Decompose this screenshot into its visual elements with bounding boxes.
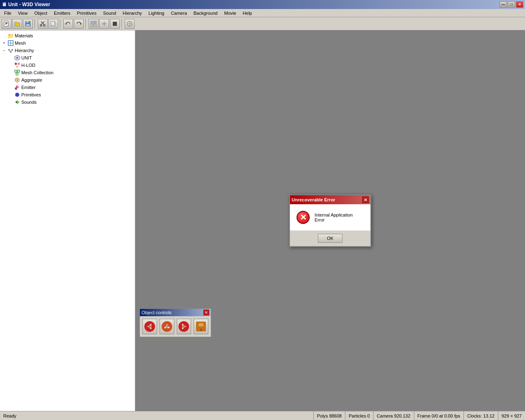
hierarchy-icon — [7, 47, 14, 54]
status-ready: Ready — [0, 411, 314, 420]
svg-rect-37 — [15, 70, 17, 72]
menu-primitives[interactable]: Primitives — [74, 10, 100, 16]
tree-item-mesh[interactable]: + Mesh — [0, 39, 135, 47]
ok-button[interactable]: OK — [318, 234, 342, 243]
svg-rect-6 — [26, 24, 30, 26]
canvas-area: Object controls ✕ — [135, 30, 525, 411]
expand-hlod — [8, 63, 13, 68]
unit-icon — [14, 55, 21, 61]
expand-materials — [2, 33, 7, 38]
expand-sounds — [8, 100, 13, 105]
menu-view[interactable]: View — [15, 10, 31, 16]
svg-line-31 — [11, 50, 12, 51]
app-icon: 🖥 — [2, 2, 7, 7]
menu-camera[interactable]: Camera — [168, 10, 190, 16]
menu-emitters[interactable]: Emitters — [50, 10, 73, 16]
menu-background[interactable]: Background — [190, 10, 221, 16]
svg-rect-38 — [18, 70, 20, 72]
svg-text:?: ? — [129, 22, 131, 26]
toolbar-cut[interactable] — [38, 19, 48, 29]
toolbar-help[interactable]: ? — [125, 19, 135, 29]
menu-sound[interactable]: Sound — [100, 10, 119, 16]
menu-hierarchy[interactable]: Hierarchy — [119, 10, 145, 16]
toolbar-view[interactable] — [89, 19, 98, 29]
maximize-button[interactable]: □ — [508, 1, 515, 8]
expand-aggregate — [8, 78, 13, 82]
svg-rect-5 — [26, 21, 29, 23]
tree-item-aggregate[interactable]: Aggregate — [0, 76, 135, 84]
title-bar-controls: — □ ✕ — [500, 1, 523, 8]
dialog-overlay: Unrecoverable Error ✕ ✕ Internal Applica… — [135, 30, 525, 411]
toolbar-save[interactable] — [23, 19, 33, 29]
status-clocks: Clocks: 13.12 — [464, 411, 498, 420]
toolbar-undo[interactable] — [63, 19, 73, 29]
menu-lighting[interactable]: Lighting — [145, 10, 168, 16]
toolbar-copy[interactable] — [48, 19, 58, 29]
tree-item-emitter[interactable]: Emitter — [0, 84, 135, 91]
close-button[interactable]: ✕ — [516, 1, 523, 8]
main-layout: 📁 Materials + Mesh − — [0, 30, 525, 411]
minimize-button[interactable]: — — [500, 1, 507, 8]
svg-point-48 — [15, 93, 19, 97]
toolbar-new[interactable] — [2, 19, 11, 29]
svg-rect-16 — [94, 21, 96, 23]
primitives-icon — [14, 91, 21, 98]
svg-marker-14 — [80, 23, 82, 25]
move-up-button[interactable] — [160, 319, 174, 334]
menu-help[interactable]: Help — [240, 10, 256, 16]
aggregate-icon — [14, 77, 21, 83]
object-controls-close[interactable]: ✕ — [203, 310, 209, 315]
left-panel: 📁 Materials + Mesh − — [0, 30, 135, 411]
window-title: Unit - W3D Viewer — [8, 2, 50, 7]
error-dialog-title: Unrecoverable Error — [292, 197, 335, 202]
status-frame: Frame 0/0 at 0.00 fps — [414, 411, 464, 420]
tree-item-hlod[interactable]: H-LOD — [0, 62, 135, 69]
tree-item-sounds[interactable]: Sounds — [0, 98, 135, 106]
status-camera: Camera 920.132 — [374, 411, 414, 420]
tree-item-hierarchy[interactable]: − Hierarchy — [0, 47, 135, 54]
svg-marker-33 — [16, 57, 18, 59]
title-bar: 🖥 Unit - W3D Viewer — □ ✕ — [0, 0, 525, 9]
error-dialog: Unrecoverable Error ✕ ✕ Internal Applica… — [289, 194, 371, 247]
toolbar-sep-4 — [121, 19, 123, 29]
svg-rect-29 — [10, 51, 11, 52]
hlod-icon — [14, 62, 21, 68]
svg-rect-18 — [94, 24, 96, 27]
mesh-collection-icon — [14, 69, 21, 76]
svg-marker-13 — [65, 23, 66, 25]
toolbar-stop[interactable] — [110, 19, 120, 29]
svg-rect-36 — [16, 66, 18, 68]
menu-movie[interactable]: Movie — [221, 10, 239, 16]
svg-rect-28 — [11, 49, 13, 50]
tree-item-mesh-collection[interactable]: Mesh Collection — [0, 69, 135, 76]
svg-rect-21 — [113, 22, 117, 26]
svg-point-44 — [15, 87, 17, 90]
tree-item-unit[interactable]: UNIT — [0, 54, 135, 62]
title-bar-left: 🖥 Unit - W3D Viewer — [2, 2, 50, 7]
object-pin-button[interactable] — [194, 319, 208, 334]
toolbar-redo[interactable] — [74, 19, 84, 29]
status-bar: Ready Polys 88608 Particles 0 Camera 920… — [0, 411, 525, 420]
svg-rect-34 — [15, 63, 17, 65]
move-right-button[interactable] — [177, 319, 192, 334]
move-left-button[interactable] — [142, 319, 157, 334]
error-dialog-footer: OK — [290, 231, 370, 246]
svg-point-57 — [182, 325, 185, 328]
menu-object[interactable]: Object — [31, 10, 50, 16]
toolbar-link[interactable] — [99, 19, 109, 29]
status-resolution: 929 × 927 — [498, 411, 525, 420]
sounds-icon — [14, 99, 21, 105]
status-polys: Polys 88608 — [314, 411, 346, 420]
svg-point-10 — [43, 25, 45, 26]
error-dialog-close-button[interactable]: ✕ — [362, 196, 369, 203]
tree-item-primitives[interactable]: Primitives — [0, 91, 135, 98]
svg-rect-12 — [51, 21, 55, 25]
menu-file[interactable]: File — [1, 10, 15, 16]
expand-hierarchy: − — [2, 48, 7, 53]
error-icon: ✕ — [297, 211, 310, 224]
svg-point-51 — [148, 325, 151, 328]
error-dialog-titlebar: Unrecoverable Error ✕ — [290, 195, 370, 204]
tree-item-materials[interactable]: 📁 Materials — [0, 32, 135, 39]
expand-emitter — [8, 85, 13, 90]
toolbar-open[interactable] — [12, 19, 22, 29]
